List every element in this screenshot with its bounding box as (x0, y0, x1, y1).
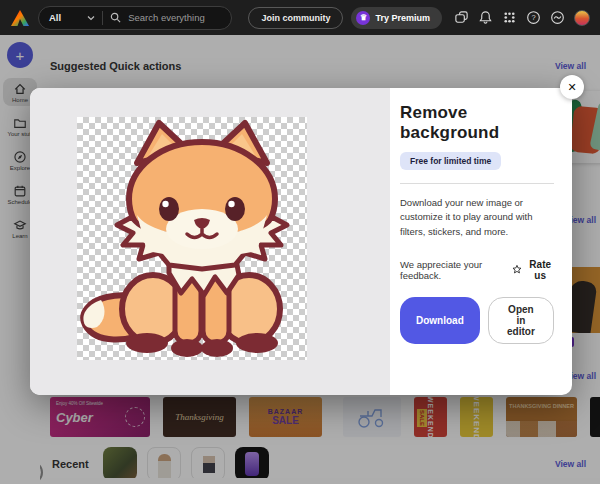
join-community-button[interactable]: Join community (248, 7, 343, 29)
page-stage: + Home Your stuff Explore Schedule Learn (0, 35, 600, 484)
svg-text:?: ? (531, 13, 535, 22)
modal-description: Download your new image or customize it … (400, 196, 554, 239)
search-filter-dropdown[interactable]: All (49, 12, 95, 23)
search-filter-label: All (49, 12, 61, 23)
adobe-express-app: All Search everything Join community ♛ T… (0, 0, 600, 484)
fox-image (77, 117, 307, 360)
download-button[interactable]: Download (400, 297, 480, 344)
image-preview-pane (30, 88, 390, 395)
transparent-checkerboard (77, 117, 307, 360)
feedback-text: We appreciate your feedback. (400, 259, 498, 281)
search-input[interactable]: Search everything (128, 12, 205, 23)
topbar-icons: ? (454, 10, 590, 26)
feedback-row: We appreciate your feedback. Rate us (400, 259, 554, 281)
close-icon[interactable]: ✕ (560, 75, 584, 99)
modal-right-panel: Remove background Free for limited time … (390, 88, 572, 395)
creative-cloud-icon[interactable] (550, 10, 565, 25)
try-premium-button[interactable]: ♛ Try Premium (351, 7, 442, 29)
free-limited-time-badge: Free for limited time (400, 152, 501, 170)
apps-grid-icon[interactable] (502, 10, 517, 25)
chat-icon[interactable] (454, 10, 469, 25)
bell-icon[interactable] (478, 10, 493, 25)
modal-actions: Download Open in editor (400, 297, 554, 344)
try-premium-label: Try Premium (375, 13, 430, 23)
profile-avatar[interactable] (574, 10, 590, 26)
crown-icon: ♛ (356, 11, 370, 25)
search-icon (110, 12, 121, 23)
top-bar: All Search everything Join community ♛ T… (0, 0, 600, 35)
remove-background-modal: ✕ (30, 88, 572, 395)
search-divider (102, 11, 103, 25)
chevron-down-icon (87, 14, 95, 22)
star-icon (512, 263, 522, 276)
divider (400, 183, 554, 184)
open-in-editor-button[interactable]: Open in editor (488, 297, 554, 344)
rate-us-label: Rate us (526, 259, 554, 281)
adobe-express-logo-icon[interactable] (10, 9, 30, 27)
modal-title: Remove background (400, 103, 554, 143)
search-bar[interactable]: All Search everything (38, 6, 232, 30)
help-icon[interactable]: ? (526, 10, 541, 25)
rate-us-button[interactable]: Rate us (512, 259, 554, 281)
